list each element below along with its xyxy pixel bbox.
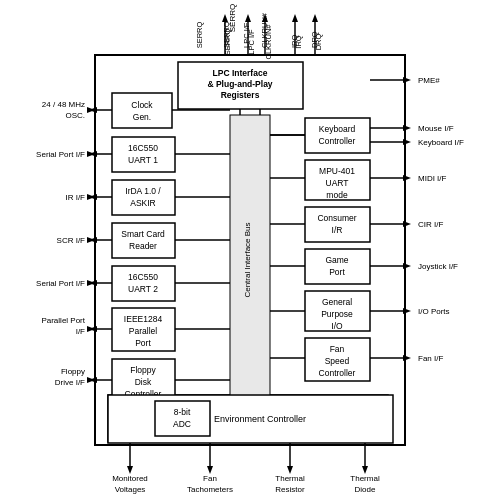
diagram-container: SERRQ SERRQ LPC I/F CLKRUN# IRQ DRQ LPC … [0, 0, 501, 501]
svg-marker-6 [245, 14, 251, 22]
svg-text:Fan I/F: Fan I/F [418, 354, 443, 363]
svg-text:CIR I/F: CIR I/F [418, 220, 443, 229]
svg-text:Parallel Port: Parallel Port [41, 316, 85, 325]
svg-text:Diode: Diode [355, 485, 376, 494]
svg-text:IrDA 1.0 /: IrDA 1.0 / [125, 186, 161, 196]
svg-text:Fan: Fan [330, 344, 345, 354]
svg-text:SCR I/F: SCR I/F [57, 236, 86, 245]
svg-text:General: General [322, 297, 352, 307]
svg-marker-145 [207, 466, 213, 474]
svg-text:Thermal: Thermal [350, 474, 380, 483]
svg-text:Serial Port I/F: Serial Port I/F [36, 279, 85, 288]
svg-marker-81 [403, 175, 411, 181]
svg-text:& Plug-and-Play: & Plug-and-Play [207, 79, 272, 89]
svg-marker-74 [403, 139, 411, 145]
svg-text:Environment Controller: Environment Controller [214, 414, 306, 424]
svg-text:LPC I/F: LPC I/F [242, 22, 251, 48]
svg-text:Controller: Controller [319, 368, 356, 378]
svg-text:Gen.: Gen. [133, 112, 151, 122]
svg-marker-10 [292, 14, 298, 22]
svg-text:UART 2: UART 2 [128, 284, 158, 294]
svg-marker-141 [127, 466, 133, 474]
svg-text:Fan: Fan [203, 474, 217, 483]
svg-text:IRQ: IRQ [290, 35, 299, 49]
svg-text:16C550: 16C550 [128, 143, 158, 153]
svg-text:CLKRUN#: CLKRUN# [260, 12, 269, 48]
svg-text:Game: Game [325, 255, 348, 265]
svg-text:LPC Interface: LPC Interface [213, 68, 268, 78]
svg-text:MIDI I/F: MIDI I/F [418, 174, 447, 183]
svg-marker-107 [403, 355, 411, 361]
svg-text:I/R: I/R [332, 225, 343, 235]
svg-text:Resistor: Resistor [275, 485, 305, 494]
svg-text:8-bit: 8-bit [174, 407, 191, 417]
svg-text:SERRQ: SERRQ [195, 21, 204, 48]
svg-marker-114 [403, 77, 411, 83]
svg-text:DRQ: DRQ [310, 31, 319, 48]
svg-text:Central Interface Bus: Central Interface Bus [243, 222, 252, 297]
svg-text:Monitored: Monitored [112, 474, 148, 483]
svg-text:Controller: Controller [319, 136, 356, 146]
svg-marker-125 [87, 280, 95, 286]
svg-text:24 / 48 MHz: 24 / 48 MHz [42, 100, 85, 109]
svg-text:PME#: PME# [418, 76, 440, 85]
svg-text:Keyboard: Keyboard [319, 124, 356, 134]
svg-text:Reader: Reader [129, 241, 157, 251]
svg-text:Voltages: Voltages [115, 485, 146, 494]
svg-text:Port: Port [329, 267, 345, 277]
svg-text:SERRQ: SERRQ [222, 21, 231, 48]
svg-text:Serial Port I/F: Serial Port I/F [36, 150, 85, 159]
svg-text:mode: mode [326, 190, 348, 200]
svg-text:Parallel: Parallel [129, 326, 157, 336]
svg-text:Joystick I/F: Joystick I/F [418, 262, 458, 271]
svg-text:Drive I/F: Drive I/F [55, 378, 85, 387]
svg-marker-121 [87, 194, 95, 200]
svg-marker-149 [287, 466, 293, 474]
svg-rect-24 [112, 93, 172, 128]
svg-text:I/O: I/O [331, 321, 343, 331]
svg-marker-131 [87, 377, 95, 383]
svg-marker-117 [87, 107, 95, 113]
svg-text:ADC: ADC [173, 419, 191, 429]
svg-text:ASKIR: ASKIR [130, 198, 156, 208]
svg-marker-93 [403, 263, 411, 269]
svg-marker-100 [403, 308, 411, 314]
svg-text:MPU-401: MPU-401 [319, 166, 355, 176]
svg-text:Port: Port [135, 338, 151, 348]
svg-text:Thermal: Thermal [275, 474, 305, 483]
svg-text:Consumer: Consumer [317, 213, 356, 223]
svg-text:Keyboard I/F: Keyboard I/F [418, 138, 464, 147]
svg-text:I/F: I/F [76, 327, 85, 336]
svg-text:Smart Card: Smart Card [121, 229, 165, 239]
svg-text:Tachometers: Tachometers [187, 485, 233, 494]
svg-text:UART 1: UART 1 [128, 155, 158, 165]
svg-text:UART: UART [326, 178, 349, 188]
svg-marker-128 [87, 326, 95, 332]
svg-marker-72 [403, 125, 411, 131]
svg-text:IR I/F: IR I/F [65, 193, 85, 202]
svg-text:16C550: 16C550 [128, 272, 158, 282]
svg-text:Purpose: Purpose [321, 309, 353, 319]
svg-text:Registers: Registers [221, 90, 260, 100]
svg-text:I/O Ports: I/O Ports [418, 307, 450, 316]
svg-marker-119 [87, 151, 95, 157]
svg-text:Disk: Disk [135, 377, 152, 387]
svg-text:Speed: Speed [325, 356, 350, 366]
svg-text:Floppy: Floppy [61, 367, 85, 376]
svg-marker-123 [87, 237, 95, 243]
svg-text:Mouse I/F: Mouse I/F [418, 124, 454, 133]
svg-text:Clock: Clock [131, 100, 153, 110]
svg-marker-12 [312, 14, 318, 22]
svg-marker-153 [362, 466, 368, 474]
svg-marker-87 [403, 221, 411, 227]
svg-text:Floppy: Floppy [130, 365, 156, 375]
svg-text:OSC.: OSC. [65, 111, 85, 120]
svg-text:IEEE1284: IEEE1284 [124, 314, 163, 324]
